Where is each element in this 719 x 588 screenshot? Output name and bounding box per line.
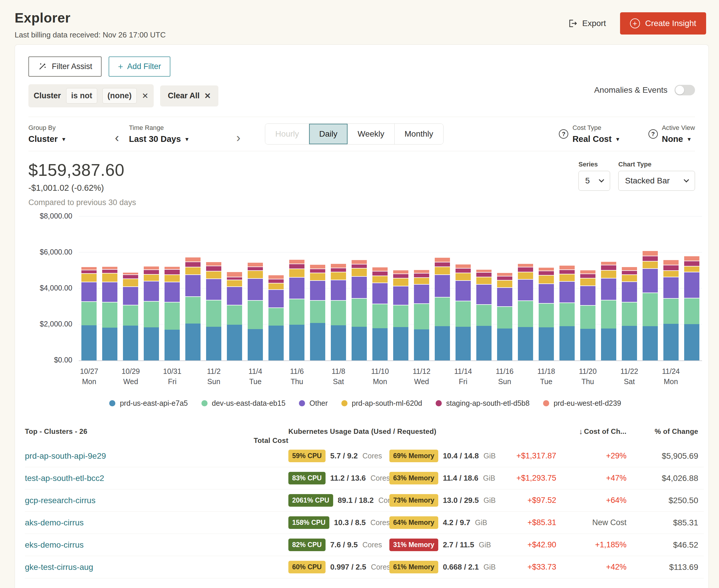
bar-segment[interactable]	[81, 267, 97, 270]
bar-segment[interactable]	[102, 282, 117, 302]
bar-segment[interactable]	[227, 325, 242, 360]
bar-segment[interactable]	[372, 304, 387, 328]
bar-segment[interactable]	[248, 267, 263, 270]
bar-segment[interactable]	[518, 300, 533, 327]
bar-segment[interactable]	[643, 261, 658, 268]
cost-change-column-header[interactable]: ↓ Cost of Ch...	[556, 427, 626, 436]
bar-segment[interactable]	[185, 257, 201, 261]
bar-segment[interactable]	[414, 273, 429, 277]
bar-segment[interactable]	[206, 261, 221, 266]
bar-segment[interactable]	[331, 268, 346, 272]
filter-chip-operator[interactable]: is not	[66, 88, 97, 104]
bar-segment[interactable]	[144, 269, 159, 274]
bar-segment[interactable]	[102, 328, 117, 360]
clear-all-button[interactable]: Clear All ✕	[160, 85, 218, 106]
next-range-arrow[interactable]: ›	[236, 132, 240, 144]
bar-segment[interactable]	[248, 278, 263, 300]
bar-segment[interactable]	[289, 325, 304, 360]
bar-segment[interactable]	[144, 301, 159, 327]
bar-segment[interactable]	[559, 326, 575, 360]
legend-item[interactable]: prd-us-east-api-e7a5	[109, 399, 188, 407]
bar-segment[interactable]	[456, 327, 471, 360]
bar-segment[interactable]	[227, 287, 242, 305]
bar-segment[interactable]	[539, 275, 554, 284]
bar-segment[interactable]	[123, 278, 138, 287]
bar-segment[interactable]	[684, 272, 699, 298]
bar-segment[interactable]	[248, 262, 263, 267]
bar-segment[interactable]	[497, 287, 512, 306]
bar-segment[interactable]	[518, 263, 533, 267]
bar-segment[interactable]	[248, 270, 263, 278]
bar-segment[interactable]	[414, 277, 429, 284]
bar-segment[interactable]	[248, 300, 263, 329]
bar-segment[interactable]	[622, 281, 637, 302]
bar-segment[interactable]	[435, 274, 450, 297]
bar-segment[interactable]	[539, 284, 554, 303]
help-icon[interactable]: ?	[648, 129, 658, 139]
bar-segment[interactable]	[372, 271, 387, 276]
bar-segment[interactable]	[289, 269, 304, 277]
bar-segment[interactable]	[352, 327, 367, 360]
filter-assist-button[interactable]: Filter Assist	[28, 57, 102, 77]
bar-segment[interactable]	[497, 272, 512, 276]
legend-item[interactable]: prd-ap-south-ml-620d	[341, 399, 422, 407]
help-icon[interactable]: ?	[559, 129, 568, 139]
cluster-link[interactable]: test-ap-south-etl-bcc2	[25, 474, 104, 483]
bar-segment[interactable]	[414, 284, 429, 303]
bar-segment[interactable]	[435, 326, 450, 360]
bar-segment[interactable]	[476, 284, 492, 304]
bar-segment[interactable]	[622, 326, 637, 360]
bar-segment[interactable]	[310, 280, 325, 300]
group-by-dropdown[interactable]: Cluster ▾	[28, 134, 65, 144]
bar-segment[interactable]	[414, 303, 429, 330]
bar-segment[interactable]	[206, 278, 221, 300]
bar-segment[interactable]	[601, 261, 616, 265]
bar-segment[interactable]	[102, 266, 117, 269]
bar-segment[interactable]	[539, 303, 554, 327]
bar-segment[interactable]	[185, 267, 201, 274]
bar-segment[interactable]	[310, 269, 325, 273]
bar-segment[interactable]	[559, 265, 575, 269]
bar-segment[interactable]	[663, 298, 679, 324]
bar-segment[interactable]	[580, 305, 596, 329]
bar-segment[interactable]	[684, 256, 699, 261]
bar-segment[interactable]	[663, 265, 679, 270]
bar-segment[interactable]	[393, 286, 408, 305]
bar-segment[interactable]	[622, 267, 637, 270]
bar-segment[interactable]	[268, 326, 284, 360]
bar-segment[interactable]	[331, 272, 346, 280]
bar-segment[interactable]	[601, 300, 616, 329]
time-range-dropdown[interactable]: Last 30 Days ▾	[129, 134, 188, 144]
bar-segment[interactable]	[372, 267, 387, 271]
cluster-link[interactable]: gcp-research-cirrus	[25, 496, 96, 505]
bar-segment[interactable]	[81, 282, 97, 301]
bar-segment[interactable]	[206, 300, 221, 327]
bar-segment[interactable]	[663, 324, 679, 360]
bar-segment[interactable]	[372, 328, 387, 360]
bar-segment[interactable]	[81, 301, 97, 325]
cluster-link[interactable]: gke-test-cirrus-aug	[25, 563, 93, 572]
bar-segment[interactable]	[164, 302, 180, 330]
bar-segment[interactable]	[393, 278, 408, 286]
bar-segment[interactable]	[185, 274, 201, 296]
bar-segment[interactable]	[206, 266, 221, 271]
bar-segment[interactable]	[123, 274, 138, 278]
bar-segment[interactable]	[144, 327, 159, 360]
bar-segment[interactable]	[331, 280, 346, 300]
bar-segment[interactable]	[663, 259, 679, 265]
bar-segment[interactable]	[331, 263, 346, 268]
bar-segment[interactable]	[518, 279, 533, 300]
cluster-link[interactable]: prd-ap-south-api-9e29	[25, 451, 106, 460]
bar-segment[interactable]	[601, 270, 616, 278]
bar-segment[interactable]	[414, 330, 429, 360]
bar-segment[interactable]	[206, 327, 221, 360]
add-filter-button[interactable]: + Add Filter	[108, 57, 171, 77]
bar-segment[interactable]	[372, 282, 387, 304]
create-insight-button[interactable]: + Create Insight	[620, 12, 706, 35]
bar-segment[interactable]	[518, 272, 533, 279]
bar-segment[interactable]	[331, 325, 346, 360]
bar-segment[interactable]	[289, 277, 304, 299]
bar-segment[interactable]	[435, 257, 450, 262]
bar-segment[interactable]	[456, 268, 471, 273]
bar-segment[interactable]	[414, 269, 429, 273]
